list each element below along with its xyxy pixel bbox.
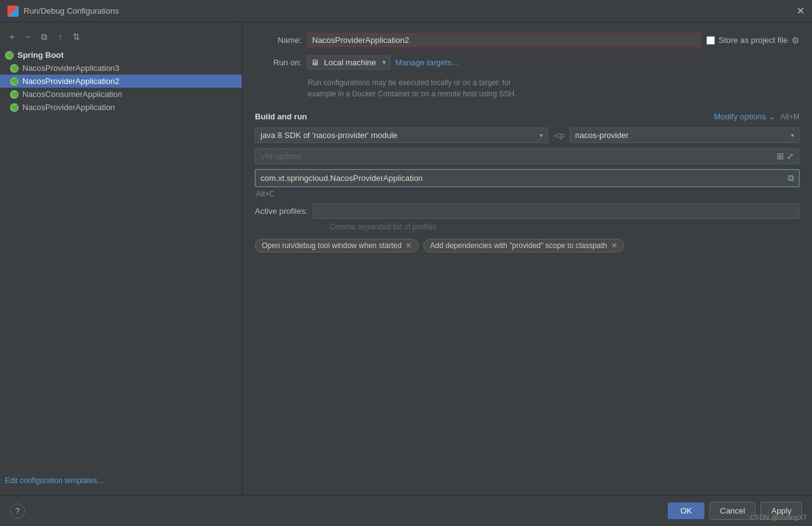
- run-on-row: Run on: 🖥 Local machine ▾ Manage targets…: [255, 55, 800, 70]
- manage-targets-link[interactable]: Manage targets...: [395, 58, 458, 67]
- app-icon: [7, 6, 19, 17]
- right-panel: Name: Store as project file ⚙ Run on: 🖥 …: [242, 22, 812, 495]
- active-profiles-row: Active profiles:: [255, 203, 800, 219]
- chip-close-0[interactable]: ✕: [405, 241, 412, 250]
- active-profiles-input[interactable]: [313, 203, 800, 219]
- module-dropdown[interactable]: nacos-provider ▾: [570, 127, 800, 143]
- sidebar-item-nacos-provider-3[interactable]: 🌿 NacosProviderApplication3: [0, 62, 242, 75]
- cp-label: -cp: [551, 131, 567, 140]
- spring-icon-consumer: 🌿: [10, 90, 19, 99]
- chip-add-dependencies: Add dependencies with "provided" scope t…: [423, 239, 624, 252]
- sdk-arrow: ▾: [540, 132, 543, 139]
- run-on-dropdown[interactable]: 🖥 Local machine ▾: [307, 55, 390, 70]
- apply-button[interactable]: Apply: [760, 502, 802, 520]
- profiles-hint: Comma separated list of profiles: [330, 223, 800, 231]
- sidebar-item-nacos-provider-1[interactable]: 🌿 NacosProviderApplication: [0, 101, 242, 114]
- run-description: Run configurations may be executed local…: [308, 77, 800, 99]
- main-layout: + − ⧉ ↑ ⇅ 🌿 Spring Boot 🌿 NacosProviderA…: [0, 22, 812, 495]
- edit-templates-link[interactable]: Edit configuration templates...: [5, 476, 103, 485]
- spring-icon-2: 🌿: [10, 77, 19, 86]
- build-run-section: Build and run Modify options ⌄ Alt+M: [255, 109, 800, 121]
- name-row: Name: Store as project file ⚙: [255, 32, 800, 48]
- dialog-title: Run/Debug Configurations: [24, 6, 119, 16]
- add-button[interactable]: +: [5, 30, 19, 44]
- remove-button[interactable]: −: [21, 30, 35, 44]
- store-project-file-label: Store as project file: [719, 35, 788, 45]
- alt-c-hint: Alt+C: [256, 190, 800, 198]
- sdk-dropdown[interactable]: java 8 SDK of 'nacos-provider' module ▾: [255, 127, 548, 143]
- chip-open-tool-window: Open run/debug tool window when started …: [255, 239, 418, 252]
- active-profiles-label: Active profiles:: [255, 206, 308, 216]
- run-on-label: Run on:: [255, 58, 302, 67]
- cancel-button[interactable]: Cancel: [709, 502, 755, 520]
- spring-icon-3: 🌿: [10, 64, 19, 73]
- sidebar-item-nacos-consumer[interactable]: 🌿 NacosConsumerApplication: [0, 88, 242, 101]
- sdk-row: java 8 SDK of 'nacos-provider' module ▾ …: [255, 127, 800, 143]
- close-button[interactable]: ✕: [796, 5, 805, 17]
- main-class-row: ⧉: [255, 169, 800, 187]
- sidebar-bottom: Edit configuration templates...: [0, 471, 242, 490]
- sidebar: + − ⧉ ↑ ⇅ 🌿 Spring Boot 🌿 NacosProviderA…: [0, 22, 242, 495]
- run-on-chevron: ▾: [382, 58, 386, 67]
- tree-group-spring-boot: 🌿 Spring Boot: [0, 48, 242, 62]
- chips-row: Open run/debug tool window when started …: [255, 239, 800, 252]
- ok-button[interactable]: OK: [668, 502, 704, 519]
- bottom-bar: ? OK Cancel Apply: [0, 495, 812, 526]
- vm-options-placeholder: VM options: [261, 152, 301, 161]
- sidebar-item-nacos-provider-2[interactable]: 🌿 NacosProviderApplication2: [0, 75, 242, 88]
- main-class-input[interactable]: [256, 170, 783, 187]
- help-button[interactable]: ?: [10, 504, 25, 519]
- sidebar-toolbar: + − ⧉ ↑ ⇅: [0, 27, 242, 48]
- vm-options-buttons: ⊞ ⤢: [777, 151, 794, 161]
- fullscreen-vm-btn[interactable]: ⤢: [787, 151, 794, 161]
- vm-options-row: VM options ⊞ ⤢: [255, 148, 800, 164]
- copy-button[interactable]: ⧉: [37, 30, 51, 44]
- chip-close-1[interactable]: ✕: [611, 241, 617, 250]
- store-gear-icon[interactable]: ⚙: [791, 35, 800, 45]
- sort-button[interactable]: ⇅: [70, 30, 83, 44]
- section-title: Build and run: [255, 112, 307, 121]
- spring-boot-group-icon: 🌿: [5, 51, 14, 60]
- modify-options-button[interactable]: Modify options ⌄ Alt+M: [714, 112, 800, 121]
- spring-icon-1: 🌿: [10, 103, 19, 112]
- expand-vm-btn[interactable]: ⊞: [777, 151, 784, 161]
- store-project-file-checkbox[interactable]: [706, 36, 715, 45]
- store-row: Store as project file ⚙: [706, 35, 800, 45]
- title-bar: Run/Debug Configurations ✕: [0, 0, 812, 22]
- move-up-button[interactable]: ↑: [53, 30, 67, 44]
- module-arrow: ▾: [791, 132, 794, 139]
- copy-main-class-btn[interactable]: ⧉: [783, 170, 799, 186]
- name-input[interactable]: [307, 32, 701, 48]
- name-label: Name:: [255, 35, 302, 45]
